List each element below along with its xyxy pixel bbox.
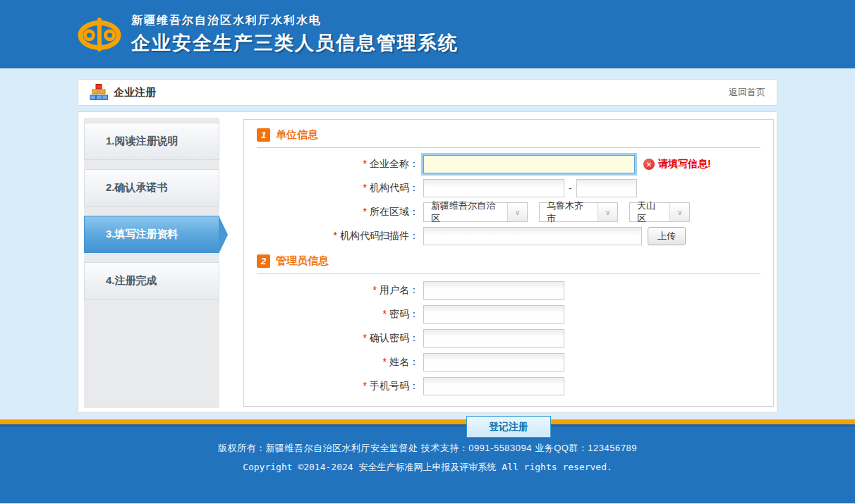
row-org-code: *机构代码： - [257,178,760,198]
district-select[interactable]: 天山区 ∨ [629,202,690,222]
row-company-name: *企业全称： ✕ 请填写信息! [257,154,760,174]
row-confirm-password: *确认密码： [257,328,760,348]
footer-copyright-line1: 版权所有：新疆维吾尔自治区水利厅安全监督处 技术支持：0991-5583094 … [0,442,855,455]
district-select-value: 天山区 [630,203,669,221]
city-select-value: 乌鲁木齐市 [540,203,598,221]
page-title: 企业注册 [114,86,156,99]
confirm-password-input[interactable] [423,329,564,348]
required-mark: * [334,230,337,241]
org-code-scan-input[interactable] [423,227,642,245]
register-submit-button[interactable]: 登记注册 [466,416,551,438]
section-admin-info-header: 2 管理员信息 [257,254,760,268]
row-real-name: *姓名： [257,352,760,372]
field-label: 确认密码： [370,332,419,343]
required-mark: * [383,308,387,319]
validation-error: ✕ 请填写信息! [643,158,711,171]
main-container: 1.阅读注册说明 2.确认承诺书 3.填写注册资料 4.注册完成 1 单位信息 … [78,111,777,413]
chevron-down-icon[interactable]: ∨ [669,203,689,221]
step-label: 2.确认承诺书 [106,181,168,195]
site-header: 新疆维吾尔自治区水利厅水利水电 企业安全生产三类人员信息管理系统 [0,0,855,68]
required-mark: * [373,284,377,295]
water-authority-logo-icon [78,16,121,53]
province-select-value: 新疆维吾尔自治区 [424,203,507,221]
step-registration-complete[interactable]: 4.注册完成 [84,262,219,300]
steps-sidebar: 1.阅读注册说明 2.确认承诺书 3.填写注册资料 4.注册完成 [84,118,219,408]
error-text: 请填写信息! [658,158,711,171]
chevron-down-icon[interactable]: ∨ [598,203,617,221]
section-title: 单位信息 [276,128,318,142]
step-label: 3.填写注册资料 [106,228,178,241]
username-input[interactable] [423,281,564,300]
step-confirm-commitment[interactable]: 2.确认承诺书 [84,169,219,207]
section-number-badge: 2 [257,254,270,268]
org-code-main-input[interactable] [423,179,564,197]
required-mark: * [363,182,367,193]
back-home-link[interactable]: 返回首页 [729,86,765,99]
field-label: 机构代码： [370,182,419,193]
registration-form-panel: 1 单位信息 *企业全称： ✕ 请填写信息! *机构代码： [243,119,774,407]
submit-row: 登记注册 [243,416,774,438]
footer-copyright-line2: Copyright ©2014-2024 安全生产标准网上申报及评审系统 All… [0,461,855,474]
org-code-suffix-input[interactable] [576,179,637,197]
header-subtitle: 新疆维吾尔自治区水利厅水利水电 [131,13,459,28]
upload-button[interactable]: 上传 [648,227,686,245]
field-label: 密码： [389,308,419,319]
password-input[interactable] [423,305,564,324]
step-label: 4.注册完成 [106,274,157,288]
divider [257,273,760,274]
row-password: *密码： [257,305,760,324]
error-icon: ✕ [643,159,655,170]
field-label: 企业全称： [370,158,419,169]
required-mark: * [363,158,367,169]
real-name-input[interactable] [423,353,564,371]
row-username: *用户名： [257,281,760,300]
header-title: 企业安全生产三类人员信息管理系统 [131,30,459,56]
mobile-input[interactable] [423,377,564,395]
row-mobile: *手机号码： [257,376,760,396]
section-title: 管理员信息 [276,254,329,268]
org-chart-icon [90,84,108,101]
section-unit-info-header: 1 单位信息 [257,128,760,142]
divider [257,147,760,148]
required-mark: * [363,380,367,391]
required-mark: * [383,356,387,367]
step-fill-registration[interactable]: 3.填写注册资料 [84,216,219,253]
field-label: 所在区域： [370,206,419,217]
form-area: 1 单位信息 *企业全称： ✕ 请填写信息! *机构代码： [219,118,774,407]
required-mark: * [363,206,367,217]
field-label: 手机号码： [370,380,419,391]
chevron-down-icon[interactable]: ∨ [507,203,527,221]
row-org-code-scan: *机构代码扫描件： 上传 [257,226,760,246]
required-mark: * [363,332,367,343]
section-number-badge: 1 [257,128,270,142]
step-label: 1.阅读注册说明 [106,135,178,148]
field-label: 机构代码扫描件： [340,230,419,241]
city-select[interactable]: 乌鲁木齐市 ∨ [539,202,618,222]
field-label: 姓名： [389,356,419,367]
company-name-input[interactable] [423,155,635,173]
breadcrumb-bar: 企业注册 返回首页 [78,79,777,106]
step-read-instructions[interactable]: 1.阅读注册说明 [84,123,219,160]
field-label: 用户名： [380,284,419,295]
org-code-separator: - [569,183,572,194]
province-select[interactable]: 新疆维吾尔自治区 ∨ [423,202,528,222]
row-region: *所在区域： 新疆维吾尔自治区 ∨ 乌鲁木齐市 ∨ 天山区 ∨ [257,202,760,222]
